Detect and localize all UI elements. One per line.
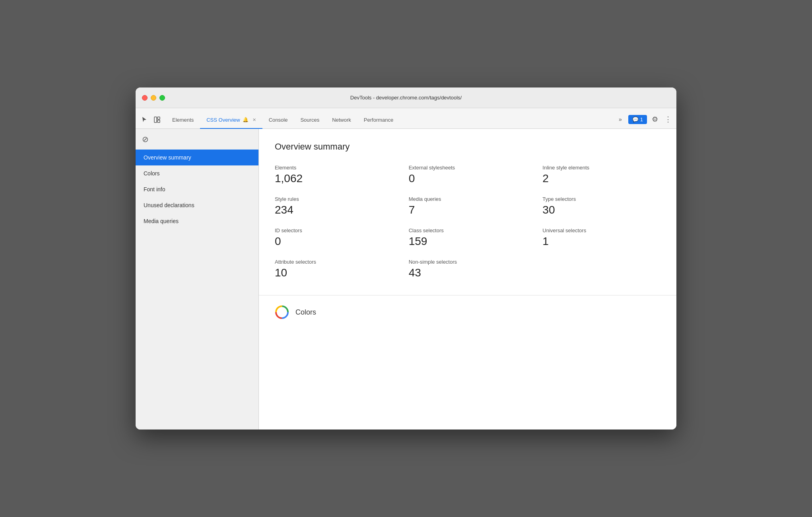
- traffic-lights: [142, 95, 165, 101]
- stat-type-selectors-label: Type selectors: [542, 196, 660, 202]
- colors-section: Colors: [259, 295, 676, 329]
- stat-id-selectors-value: 0: [275, 235, 393, 248]
- sidebar: ⊘ Overview summary Colors Font info Unus…: [136, 129, 259, 430]
- sidebar-nav: Overview summary Colors Font info Unused…: [136, 150, 258, 229]
- tab-css-overview[interactable]: CSS Overview 🔔 ✕: [200, 111, 262, 129]
- tabs: Elements CSS Overview 🔔 ✕ Console Source…: [166, 111, 616, 128]
- tab-close-icon[interactable]: ✕: [253, 117, 256, 122]
- tab-elements[interactable]: Elements: [166, 111, 200, 129]
- colors-section-title: Colors: [295, 308, 316, 317]
- tab-console[interactable]: Console: [262, 111, 294, 129]
- inspect-icon[interactable]: [152, 114, 163, 125]
- stat-class-selectors: Class selectors 159: [409, 227, 527, 248]
- colors-ring-icon: [275, 305, 289, 319]
- stat-media-queries-value: 7: [409, 204, 527, 216]
- devtools-window: DevTools - developer.chrome.com/tags/dev…: [136, 87, 676, 430]
- tab-bar-right: » 💬 1 ⚙ ⋮: [616, 113, 673, 128]
- block-icon: ⊘: [142, 134, 149, 144]
- stat-external-stylesheets: External stylesheets 0: [409, 165, 527, 185]
- notification-button[interactable]: 💬 1: [628, 115, 647, 124]
- stat-inline-style-elements-label: Inline style elements: [542, 165, 660, 171]
- stat-class-selectors-value: 159: [409, 235, 527, 248]
- tab-network[interactable]: Network: [326, 111, 357, 129]
- stat-non-simple-selectors-label: Non-simple selectors: [409, 259, 527, 265]
- stats-grid: Elements 1,062 External stylesheets 0 In…: [275, 165, 660, 279]
- close-button[interactable]: [142, 95, 148, 101]
- sidebar-item-unused-declarations[interactable]: Unused declarations: [136, 197, 258, 213]
- stat-attribute-selectors-value: 10: [275, 266, 393, 279]
- overview-summary-section: Overview summary Elements 1,062 External…: [259, 129, 676, 295]
- svg-rect-0: [154, 117, 157, 122]
- stat-attribute-selectors-label: Attribute selectors: [275, 259, 393, 265]
- stat-type-selectors: Type selectors 30: [542, 196, 660, 216]
- sidebar-item-overview-summary[interactable]: Overview summary: [136, 150, 258, 165]
- tab-bar-actions: [139, 114, 163, 128]
- stat-external-stylesheets-value: 0: [409, 172, 527, 185]
- sidebar-item-media-queries[interactable]: Media queries: [136, 213, 258, 229]
- stat-universal-selectors-value: 1: [542, 235, 660, 248]
- maximize-button[interactable]: [159, 95, 165, 101]
- stat-external-stylesheets-label: External stylesheets: [409, 165, 527, 171]
- stat-media-queries: Media queries 7: [409, 196, 527, 216]
- stat-media-queries-label: Media queries: [409, 196, 527, 202]
- tab-performance[interactable]: Performance: [357, 111, 400, 129]
- stat-class-selectors-label: Class selectors: [409, 227, 527, 233]
- title-bar: DevTools - developer.chrome.com/tags/dev…: [136, 87, 676, 108]
- stat-universal-selectors: Universal selectors 1: [542, 227, 660, 248]
- stat-attribute-selectors: Attribute selectors 10: [275, 259, 393, 279]
- tab-bar: Elements CSS Overview 🔔 ✕ Console Source…: [136, 108, 676, 129]
- cursor-icon[interactable]: [139, 114, 150, 125]
- stat-style-rules-value: 234: [275, 204, 393, 216]
- stat-inline-style-elements-value: 2: [542, 172, 660, 185]
- stat-id-selectors-label: ID selectors: [275, 227, 393, 233]
- stat-id-selectors: ID selectors 0: [275, 227, 393, 248]
- sidebar-header: ⊘: [136, 129, 258, 150]
- svg-rect-2: [157, 120, 160, 122]
- svg-rect-1: [157, 117, 160, 119]
- content-panel[interactable]: Overview summary Elements 1,062 External…: [259, 129, 676, 430]
- stat-elements-label: Elements: [275, 165, 393, 171]
- stat-elements: Elements 1,062: [275, 165, 393, 185]
- stat-type-selectors-value: 30: [542, 204, 660, 216]
- minimize-button[interactable]: [151, 95, 156, 101]
- main-content: ⊘ Overview summary Colors Font info Unus…: [136, 129, 676, 430]
- stat-non-simple-selectors: Non-simple selectors 43: [409, 259, 527, 279]
- window-title: DevTools - developer.chrome.com/tags/dev…: [142, 95, 670, 101]
- sidebar-item-font-info[interactable]: Font info: [136, 181, 258, 197]
- bell-icon: 🔔: [243, 117, 249, 122]
- stat-style-rules-label: Style rules: [275, 196, 393, 202]
- settings-button[interactable]: ⚙: [650, 113, 660, 125]
- more-tabs-button[interactable]: »: [616, 115, 625, 124]
- stat-non-simple-selectors-value: 43: [409, 266, 527, 279]
- overview-summary-title: Overview summary: [275, 142, 660, 152]
- stat-universal-selectors-label: Universal selectors: [542, 227, 660, 233]
- stat-placeholder: [542, 259, 660, 279]
- stat-style-rules: Style rules 234: [275, 196, 393, 216]
- stat-elements-value: 1,062: [275, 172, 393, 185]
- more-options-button[interactable]: ⋮: [663, 113, 673, 125]
- sidebar-item-colors[interactable]: Colors: [136, 165, 258, 181]
- stat-inline-style-elements: Inline style elements 2: [542, 165, 660, 185]
- tab-sources[interactable]: Sources: [294, 111, 326, 129]
- chat-icon: 💬: [632, 117, 639, 122]
